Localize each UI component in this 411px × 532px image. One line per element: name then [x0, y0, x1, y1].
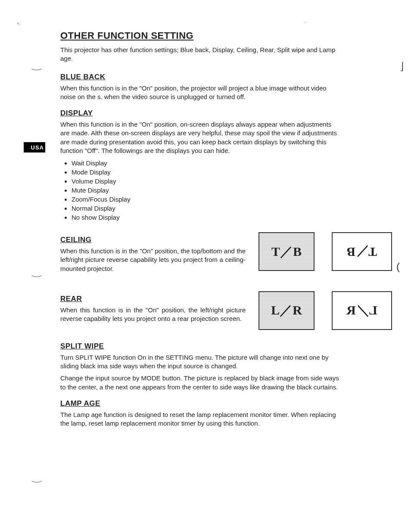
- heading-lamp-age: LAMP AGE: [60, 399, 340, 408]
- diagram-lr-normal: L／R: [258, 291, 314, 330]
- text-lamp-age: The Lamp age function is designed to res…: [60, 411, 340, 428]
- page-title: OTHER FUNCTION SETTING: [60, 30, 340, 41]
- diagram-lr-flipped: L／R: [332, 291, 392, 330]
- intro-text: This projector has other function settin…: [60, 46, 340, 63]
- list-item: Mode Display: [72, 168, 340, 177]
- heading-split-wipe: SPLIT WIPE: [60, 342, 340, 351]
- diagram-tb-flipped: T／B: [332, 232, 392, 271]
- heading-ceiling: CEILING: [60, 236, 246, 244]
- text-blue-back: When this function is in the "On" positi…: [60, 84, 340, 102]
- list-item: Volume Display: [72, 177, 340, 186]
- diagram-tb-normal: T／B: [258, 232, 314, 271]
- heading-blue-back: BLUE BACK: [60, 73, 340, 81]
- ceiling-row: CEILING When this function is in the "On…: [60, 228, 340, 277]
- list-item: Mute Display: [72, 186, 340, 195]
- rear-diagrams: L／R L／R: [258, 291, 392, 330]
- binding-mark-icon: [30, 476, 43, 482]
- ceiling-diagrams: T／B T／B: [258, 232, 392, 271]
- rear-row: REAR When this function is in the "On" p…: [60, 287, 340, 330]
- list-item: Zoom/Focus Display: [72, 195, 340, 204]
- text-rear: When this function is in the "On" positi…: [60, 306, 246, 324]
- list-item: No show Display: [72, 213, 340, 222]
- scan-artifact: ⌋: [400, 60, 404, 72]
- heading-display: DISPLAY: [60, 109, 340, 118]
- heading-rear: REAR: [60, 295, 246, 303]
- display-list: Wait Display Mode Display Volume Display…: [60, 159, 340, 222]
- text-display: When this function is in the "On" positi…: [60, 120, 340, 155]
- text-ceiling: When this function is in the "On" positi…: [60, 247, 246, 273]
- text-split-wipe-1: Turn SPLIT WIPE function On in the SETTI…: [60, 353, 340, 371]
- scan-artifact: (: [396, 261, 400, 273]
- list-item: Normal Display: [72, 204, 340, 213]
- text-split-wipe-2: Change the input source by MODE button. …: [60, 374, 340, 392]
- list-item: Wait Display: [72, 159, 340, 168]
- document-page: OTHER FUNCTION SETTING This projector ha…: [0, 0, 340, 428]
